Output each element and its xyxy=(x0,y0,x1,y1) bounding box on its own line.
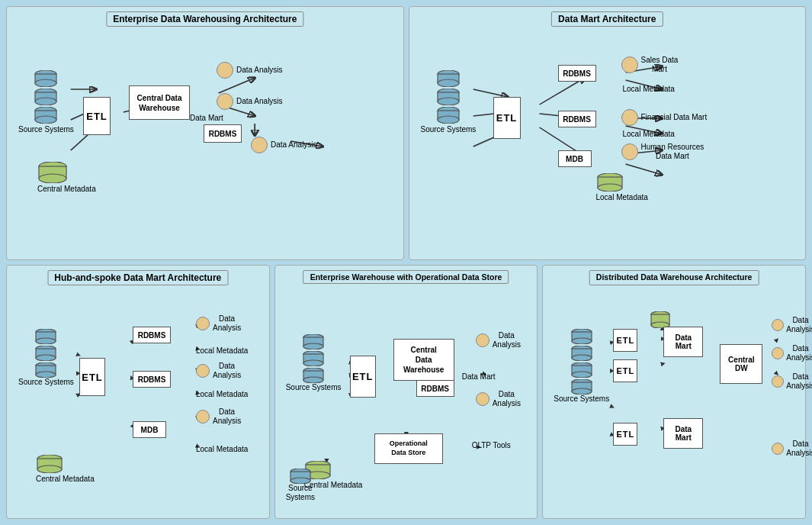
svg-point-14 xyxy=(35,98,56,105)
ods-central-warehouse: CentralDataWarehouse xyxy=(393,339,454,381)
bottom-row: Hub-and-spoke Data Mart Architecture xyxy=(6,265,806,519)
hub-rdbms2: RDBMS xyxy=(133,371,171,388)
svg-line-21 xyxy=(473,89,507,97)
edw-source-label: Source Systems xyxy=(18,125,74,134)
svg-point-114 xyxy=(572,355,592,361)
dist-etl1: ETL xyxy=(613,329,637,352)
edw-panel: Enterprise Data Warehousing Architecture xyxy=(6,6,404,260)
edw-central-metadata: Central Metadata xyxy=(37,162,96,194)
dma-rdbms1: RDBMS xyxy=(558,65,596,82)
dma-etl: ETL xyxy=(493,97,521,139)
ods-title: Enterprise Warehouse with Operational Da… xyxy=(303,270,509,284)
hub-panel: Hub-and-spoke Data Mart Architecture xyxy=(6,265,270,519)
ods-oltp-tools: OLTP Tools xyxy=(472,441,511,450)
svg-line-101 xyxy=(640,428,665,432)
dma-sales-data-mart: Sales DataMart xyxy=(621,56,679,74)
svg-point-20 xyxy=(39,174,66,183)
dist-data-analysis-1: DataAnalysis xyxy=(772,316,812,334)
svg-point-38 xyxy=(438,98,459,105)
dist-source-systems: Source Systems xyxy=(554,329,609,404)
svg-line-4 xyxy=(219,78,255,93)
svg-point-120 xyxy=(572,388,592,395)
dist-panel: Distributed Data Warehouse Architecture xyxy=(542,265,806,519)
dma-hr-data-mart: Human ResourcesData Mart xyxy=(621,143,704,161)
dist-data-analysis-2: DataAnalysis xyxy=(772,344,812,362)
hub-source-systems: Source Systems xyxy=(18,329,74,387)
edw-data-analysis-1: Data Analysis xyxy=(217,62,283,79)
dist-etl3: ETL xyxy=(613,423,637,446)
dist-data-mart1: DataMart xyxy=(663,327,703,357)
dist-central-dw: CentralDW xyxy=(720,344,762,384)
svg-line-47 xyxy=(59,394,80,405)
dma-mdb: MDB xyxy=(558,150,592,167)
hub-data-analysis-3: DataAnalysis xyxy=(196,407,241,426)
hub-title: Hub-and-spoke Data Mart Architecture xyxy=(47,270,228,285)
svg-point-117 xyxy=(572,372,592,378)
hub-data-analysis-1: DataAnalysis xyxy=(196,314,241,333)
dma-financial-data-mart: Financial Data Mart xyxy=(621,109,708,126)
dist-title: Distributed Data Warehouse Architecture xyxy=(589,270,759,285)
dma-source-label: Source Systems xyxy=(421,125,477,134)
ods-data-mart-label: Data Mart xyxy=(462,372,496,382)
dma-title: Data Mart Architecture xyxy=(551,11,663,27)
main-container: Enterprise Data Warehousing Architecture xyxy=(0,0,812,525)
svg-line-48 xyxy=(105,340,133,363)
edw-source-systems: Source Systems xyxy=(18,70,74,134)
svg-point-82 xyxy=(303,343,323,349)
ods-rdbms: RDBMS xyxy=(416,380,454,397)
svg-point-63 xyxy=(36,355,56,361)
svg-point-44 xyxy=(598,184,622,192)
svg-point-88 xyxy=(303,377,323,383)
dma-local-metadata-1: Local Metadata xyxy=(623,85,675,94)
svg-line-72 xyxy=(326,394,352,405)
svg-point-11 xyxy=(35,79,56,87)
ods-data-analysis-2: DataAnalysis xyxy=(476,390,521,408)
svg-point-111 xyxy=(572,338,592,344)
dma-rdbms2: RDBMS xyxy=(558,111,596,127)
dist-data-mart2: DataMart xyxy=(663,418,703,449)
edw-central-warehouse: Central DataWarehouse xyxy=(129,85,190,120)
svg-line-107 xyxy=(704,438,778,447)
edw-rdbms: RDBMS xyxy=(204,124,242,143)
dma-local-metadata-3: Local Metadata xyxy=(596,173,648,202)
dma-local-metadata-2: Local Metadata xyxy=(623,130,675,139)
svg-line-50 xyxy=(105,386,133,428)
dist-data-analysis-4: DataAnalysis xyxy=(772,440,812,458)
hub-central-metadata: Central Metadata xyxy=(36,455,95,484)
svg-point-66 xyxy=(36,372,56,378)
hub-local-metadata-1: Local Metadata xyxy=(196,346,248,356)
edw-title: Enterprise Data Warehousing Architecture xyxy=(106,11,303,27)
ods-etl: ETL xyxy=(350,356,376,398)
hub-local-metadata-3: Local Metadata xyxy=(196,445,248,454)
hub-local-metadata-2: Local Metadata xyxy=(196,390,248,399)
svg-line-49 xyxy=(105,375,133,378)
svg-line-100 xyxy=(640,363,665,371)
hub-data-analysis-2: DataAnalysis xyxy=(196,362,241,380)
edw-data-mart-label: Data Mart xyxy=(190,114,223,123)
dma-panel: Data Mart Architecture xyxy=(409,6,807,260)
hub-mdb: MDB xyxy=(133,421,166,438)
edw-etl: ETL xyxy=(83,97,111,135)
dma-source-systems: Source Systems xyxy=(421,70,477,134)
svg-point-60 xyxy=(36,338,56,344)
svg-point-41 xyxy=(438,116,459,124)
ods-panel: Enterprise Warehouse with Operational Da… xyxy=(274,265,538,519)
svg-point-35 xyxy=(438,79,459,87)
hub-source-label: Source Systems xyxy=(18,378,74,387)
svg-point-94 xyxy=(290,478,310,484)
ods-operational-data-store: OperationalData Store xyxy=(374,433,443,464)
ods-data-analysis-1: DataAnalysis xyxy=(476,331,521,349)
hub-etl: ETL xyxy=(79,358,105,396)
svg-line-24 xyxy=(539,78,584,105)
svg-point-69 xyxy=(37,465,62,473)
svg-line-106 xyxy=(704,324,778,331)
dist-data-analysis-3: DataAnalysis xyxy=(772,372,812,391)
svg-point-17 xyxy=(35,116,56,124)
ods-source-systems: Source Systems xyxy=(286,334,342,392)
ods-source-systems-bottom: SourceSystems xyxy=(286,469,315,502)
hub-rdbms1: RDBMS xyxy=(133,327,171,343)
dist-etl2: ETL xyxy=(613,359,637,382)
edw-data-analysis-2: Data Analysis xyxy=(251,137,317,153)
svg-line-98 xyxy=(591,424,614,436)
svg-point-85 xyxy=(303,360,323,366)
